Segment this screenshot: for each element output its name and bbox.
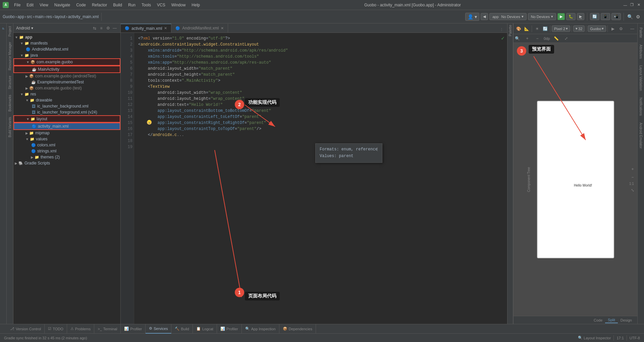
zoom-in-icon[interactable]: + (524, 35, 531, 42)
breadcrumb-layout[interactable]: layout (55, 14, 65, 19)
tooltip-menu-icon[interactable]: ⋮ (375, 146, 379, 152)
tree-item-themes[interactable]: ▶ 📁 themes (2) (13, 154, 120, 160)
menu-view[interactable]: View (37, 2, 51, 8)
project-icon[interactable]: P (0, 25, 6, 31)
bookmarks-label[interactable]: Bookmarks (7, 92, 12, 114)
tree-item-res[interactable]: ▼ 📁 res (13, 91, 120, 97)
tab-build[interactable]: 🔨 Build (171, 324, 193, 334)
prev-refresh-icon[interactable]: 🔄 (541, 25, 549, 32)
mode-design-btn[interactable]: Design (618, 318, 635, 323)
profile-run-button[interactable]: ▶̲ (577, 13, 584, 20)
debug-button[interactable]: 🐛 (566, 13, 576, 20)
menu-run[interactable]: Run (125, 2, 138, 8)
project-label[interactable]: Project (7, 23, 12, 39)
app-device-selector[interactable]: app No Devices ▾ (489, 13, 527, 20)
mode-split-btn[interactable]: Split (605, 317, 618, 323)
tree-item-strings[interactable]: 🔵 strings.xml (13, 148, 120, 154)
prev-close-icon[interactable]: — (629, 25, 636, 32)
tab-terminal[interactable]: >_ Terminal (94, 324, 121, 334)
sidebar-attributes-label[interactable]: Attributes (638, 42, 643, 61)
breadcrumb-main[interactable]: main (35, 14, 44, 19)
sidebar-palette-label[interactable]: Palette (638, 25, 643, 41)
search-icon[interactable]: 🔍 (627, 13, 633, 20)
close-button[interactable]: ✕ (636, 2, 641, 8)
sdk-button[interactable]: 📱 (601, 13, 610, 20)
tree-item-ic-launcher-bg[interactable]: 🖼 ic_launcher_background.xml (13, 103, 120, 109)
tree-item-androidmanifest[interactable]: 🔵 AndroidManifest.xml (13, 46, 120, 52)
avd-button[interactable]: 📲 (611, 13, 621, 20)
tab-logcat[interactable]: 📋 Logcat (193, 324, 217, 334)
layout-inspector-item[interactable]: 🔍 Layout Inspector (577, 336, 612, 340)
minimize-button[interactable]: — (623, 2, 628, 8)
recent-files-button[interactable]: ⋮ (498, 26, 504, 32)
menu-edit[interactable]: Edit (24, 2, 36, 8)
run-button[interactable]: ▶ (557, 13, 565, 20)
prev-more1-icon[interactable]: ▶ (609, 25, 616, 32)
settings-panel-button[interactable]: ⚙ (105, 25, 111, 31)
tab-dependencies[interactable]: 📦 Dependencies (279, 324, 316, 334)
sync-button[interactable]: 🔄 (590, 13, 599, 20)
maximize-button[interactable]: ❐ (629, 2, 635, 8)
device-select[interactable]: Pixel 2 ▾ (552, 25, 570, 32)
tab-app-inspection[interactable]: 🔍 App Inspection (242, 324, 279, 334)
sync-files-button[interactable]: ⇆ (92, 25, 98, 31)
android-dropdown[interactable]: Android ▾ (16, 26, 33, 30)
menu-tools[interactable]: Tools (139, 2, 154, 8)
sidebar-layout-validation-label[interactable]: Layout Validation (638, 63, 643, 93)
tree-item-exampleinstrumentedtest[interactable]: ☕ ExampleInstrumentedTest (13, 79, 120, 85)
tree-item-activity-main[interactable]: 🔵 activity_main.xml (13, 123, 120, 130)
tree-item-values[interactable]: ▼ 📁 values (13, 136, 120, 142)
collapse-all-button[interactable]: ≡ (98, 25, 104, 31)
device-selector[interactable]: No Devices ▾ (528, 13, 556, 20)
tab-todo[interactable]: ☑ TODO (45, 324, 67, 334)
tree-item-drawable[interactable]: ▼ 📁 drawable (13, 97, 120, 103)
tree-item-java[interactable]: ▼ 📁 java (13, 52, 120, 58)
tree-item-package-androidtest[interactable]: ▶ 📦 com.example.guobo (androidTest) (13, 73, 120, 79)
back-button[interactable]: ◀ (481, 13, 488, 20)
build-variants-label[interactable]: Build Variants (7, 114, 12, 140)
menu-window[interactable]: Window (169, 2, 189, 8)
menu-file[interactable]: File (11, 2, 23, 8)
mode-code-btn[interactable]: Code (591, 318, 605, 323)
menu-vcs[interactable]: VCS (154, 2, 168, 8)
breadcrumb-app[interactable]: app (17, 14, 24, 19)
tab-profiler-2[interactable]: 📊 Profiler (217, 324, 242, 334)
minimize-panel-button[interactable]: — (112, 25, 118, 31)
prev-more2-icon[interactable]: ⚙ (617, 25, 625, 32)
zoom-tool-icon[interactable]: 🔍 (514, 35, 521, 42)
api-select[interactable]: ▾ 32 (573, 25, 585, 32)
fit-screen-icon[interactable]: ⤡ (629, 187, 636, 193)
tab-problems[interactable]: ⚠ Problems (67, 324, 94, 334)
tree-item-ic-launcher-fg[interactable]: 🖼 ic_launcher_foreground.xml (v24) (13, 109, 120, 115)
settings-icon[interactable]: ⚙ (635, 13, 641, 20)
profile-button[interactable]: 👤 ▾ (465, 13, 479, 21)
tree-item-package-test[interactable]: ▶ 📦 com.example.guobo (test) (13, 85, 120, 91)
code-area[interactable]: ✓ 💡 <?xml version="1.0" encoding="utf-8"… (134, 33, 507, 324)
encoding-item[interactable]: UTF-8 (628, 336, 641, 340)
tree-item-app[interactable]: ▼ 📁 app (13, 34, 120, 40)
menu-refactor[interactable]: Refactor (89, 2, 110, 8)
sidebar-android-emulator-label[interactable]: Android Emulator (638, 120, 643, 151)
breadcrumb-file[interactable]: activity_main.xml (68, 14, 99, 19)
tree-item-layout[interactable]: ▼ 📁 layout (13, 115, 120, 123)
theme-select[interactable]: Guobo ▾ (588, 25, 606, 32)
structure-label[interactable]: Structure (7, 73, 12, 92)
breadcrumb-src[interactable]: src (27, 14, 32, 19)
zoom-out-right-icon[interactable]: − (629, 174, 636, 180)
cursor-position[interactable]: 17:1 (615, 336, 625, 340)
tab-manifest-close-icon[interactable]: ✕ (221, 26, 224, 30)
prev-design-icon[interactable]: 🎨 (515, 25, 522, 32)
breadcrumb-guobo[interactable]: Guobo (3, 14, 15, 19)
palette-label[interactable]: Palette (508, 25, 512, 36)
prev-light-icon[interactable]: ☀ (533, 25, 541, 32)
tab-services[interactable]: ⚙ Services (146, 324, 171, 334)
tree-item-colors[interactable]: 🔵 colors.xml (13, 142, 120, 148)
breadcrumb-res[interactable]: res (46, 14, 52, 19)
tree-item-mainactivity[interactable]: ☕ MainActivity (13, 66, 120, 73)
zoom-in-right-icon[interactable]: + (629, 165, 636, 172)
resource-manager-label[interactable]: Resource Manager (7, 39, 12, 73)
tree-item-gradle-scripts[interactable]: ▶ 🐘 Gradle Scripts (13, 160, 120, 166)
tab-androidmanifest[interactable]: 🔵 AndroidManifest.xml ✕ (171, 24, 228, 32)
tree-item-manifests[interactable]: ▼ 📁 manifests (13, 40, 120, 46)
measure-icon[interactable]: 📏 (552, 35, 560, 42)
